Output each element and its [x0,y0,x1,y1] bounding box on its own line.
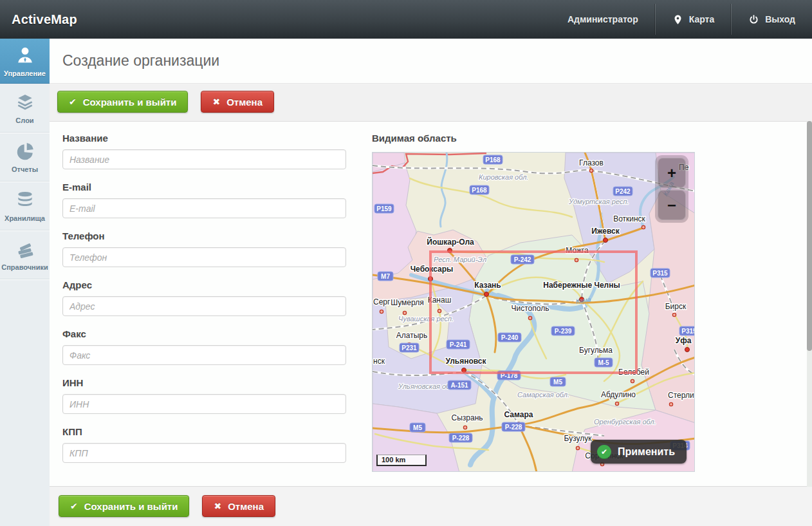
svg-text:Р-228: Р-228 [505,424,522,431]
svg-text:Йошкар-Ола: Йошкар-Ола [427,237,474,247]
power-icon [748,14,759,25]
app-header: ActiveMap Администратор Карта Выход [0,0,812,39]
svg-text:Кировская обл.: Кировская обл. [479,173,528,181]
phone-input[interactable] [62,247,346,267]
cancel-button-label: Отмена [226,97,263,108]
plus-icon: + [667,164,676,182]
svg-text:Шумерля: Шумерля [391,298,424,307]
svg-text:Р168: Р168 [485,156,501,164]
minus-icon: − [667,196,676,214]
address-label: Адрес [62,279,346,290]
kpp-input[interactable] [62,443,346,463]
save-button[interactable]: ✔ Сохранить и выйти [57,91,188,113]
sidebar-item-storages[interactable]: Хранилища [0,182,50,230]
zoom-out-button[interactable]: − [658,190,686,220]
svg-text:Р315: Р315 [681,328,695,335]
field-group-inn: ИНН [62,377,346,414]
svg-text:Самара: Самара [504,410,533,419]
main-content: Создание организации ✔ Сохранить и выйти… [50,39,812,526]
phone-label: Телефон [62,230,346,241]
inn-input[interactable] [62,394,346,414]
map-link[interactable]: Карта [656,0,732,39]
database-icon [14,190,37,211]
visible-area-section: Видимая область [372,133,696,472]
field-group-phone: Телефон [62,230,346,267]
cross-icon: ✖ [212,97,220,107]
cancel-button[interactable]: ✖ Отмена [201,91,274,113]
sidebar-item-label: Управление [4,70,46,77]
name-input[interactable] [62,149,346,169]
fax-input[interactable] [62,345,346,365]
cancel-button-bottom[interactable]: ✖ Отмена [202,495,275,517]
svg-text:Уфа: Уфа [676,336,692,345]
svg-text:Бузулук: Бузулук [564,434,593,443]
field-group-name: Название [62,133,346,169]
email-input[interactable] [62,198,346,218]
inn-label: ИНН [62,377,346,388]
svg-text:Р159: Р159 [376,205,392,212]
svg-text:Р242: Р242 [615,188,631,195]
sidebar-item-management[interactable]: Управление [0,39,50,84]
toolbar-top: ✔ Сохранить и выйти ✖ Отмена [57,91,274,113]
svg-text:Сызрань: Сызрань [451,413,483,422]
user-name: Администратор [567,14,638,24]
svg-text:Стерлитамак: Стерлитамак [668,391,695,400]
svg-text:Р-228: Р-228 [452,435,470,442]
svg-text:М5: М5 [553,379,562,386]
map-canvas[interactable]: Кировская обл. Удмуртская респ. Респ. Ма… [372,152,695,472]
field-group-kpp: КПП [62,426,346,463]
save-button-label: Сохранить и выйти [84,501,178,512]
check-icon: ✔ [69,97,77,107]
svg-text:Абдулино: Абдулино [601,390,636,399]
save-button-bottom[interactable]: ✔ Сохранить и выйти [59,495,189,517]
svg-text:Самарская обл.: Самарская обл. [517,391,569,399]
scrollbar-track[interactable] [807,121,812,487]
map-pin-icon [672,14,683,25]
field-group-email: E-mail [62,182,346,218]
visible-area-selection[interactable] [429,250,638,374]
address-input[interactable] [62,296,346,316]
sidebar-item-references[interactable]: Справочники [0,230,50,279]
check-icon: ✔ [70,501,78,511]
svg-text:Алатырь: Алатырь [396,331,427,340]
map-scale-bar: 100 km [376,455,427,466]
fax-label: Факс [62,328,346,339]
page-title: Создание организации [50,52,219,70]
email-label: E-mail [62,182,346,193]
user-menu[interactable]: Администратор [551,0,655,39]
layers-icon [14,92,37,113]
svg-text:Ульяновская обл.: Ульяновская обл. [398,382,456,390]
svg-text:М5: М5 [413,424,422,431]
svg-text:Воткинск: Воткинск [613,214,645,223]
svg-text:Бирск: Бирск [665,302,687,311]
svg-text:Оренбургская обл.: Оренбургская обл. [594,418,656,426]
user-icon [14,45,37,66]
organization-form: Название E-mail Телефон Адрес Факс ИНН К… [62,133,346,475]
title-bar: Создание организации [50,39,812,84]
zoom-in-button[interactable]: + [658,158,686,188]
map-link-label: Карта [689,14,715,24]
svg-text:М7: М7 [381,273,390,280]
field-group-address: Адрес [62,279,346,316]
name-label: Название [62,133,346,144]
svg-text:нск: нск [373,357,385,366]
svg-text:Ижевск: Ижевск [591,227,620,236]
sidebar-item-label: Отчеты [12,165,38,173]
sidebar-item-layers[interactable]: Слои [0,84,50,133]
sidebar-item-reports[interactable]: Отчеты [0,133,50,182]
field-group-fax: Факс [62,328,346,365]
logout-label: Выход [765,14,795,24]
apply-button-label: Применить [618,446,675,458]
toolbar-bottom: ✔ Сохранить и выйти ✖ Отмена [59,495,275,517]
logout-button[interactable]: Выход [732,0,812,39]
cross-icon: ✖ [214,501,221,511]
svg-text:Глазов: Глазов [579,158,604,167]
scrollbar-thumb[interactable] [807,121,812,351]
svg-text:Р168: Р168 [472,187,487,194]
sidebar: Управление Слои Отчеты Хранилища [0,39,50,526]
apply-button[interactable]: ✔ Применить [591,440,687,464]
pie-chart-icon [14,141,37,162]
svg-text:А-151: А-151 [450,382,468,389]
svg-text:Р315: Р315 [652,270,668,277]
header-menu: Администратор Карта Выход [551,0,812,39]
